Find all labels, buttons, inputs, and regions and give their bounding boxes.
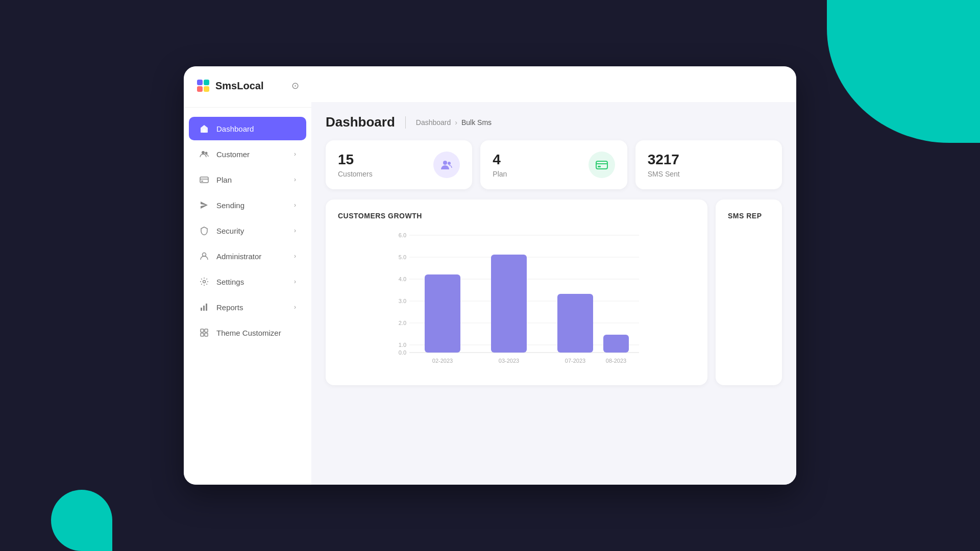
breadcrumb-dashboard[interactable]: Dashboard (416, 118, 451, 127)
svg-rect-0 (197, 80, 203, 85)
sidebar-item-security[interactable]: Security › (189, 219, 306, 242)
svg-rect-23 (598, 166, 601, 167)
sidebar-item-sending-label: Sending (216, 201, 244, 210)
svg-rect-12 (201, 308, 202, 311)
sidebar-item-sending[interactable]: Sending › (189, 193, 306, 217)
chevron-right-icon: › (294, 253, 296, 260)
sidebar-item-plan[interactable]: Plan › (189, 168, 306, 191)
sidebar-item-theme-customizer-label: Theme Customizer (216, 329, 281, 337)
sidebar-item-settings-label: Settings (216, 278, 244, 286)
chevron-right-icon: › (294, 278, 296, 285)
sidebar-item-dashboard-label: Dashboard (216, 124, 254, 133)
breadcrumb-current: Bulk Sms (461, 118, 492, 127)
stat-info-plan: 4 Plan (493, 152, 507, 178)
shield-icon (199, 226, 209, 236)
sidebar-item-security-label: Security (216, 227, 244, 235)
sidebar-item-settings[interactable]: Settings › (189, 270, 306, 293)
breadcrumb: Dashboard › Bulk Sms (416, 118, 492, 127)
svg-text:02-2023: 02-2023 (432, 358, 453, 364)
sidebar-item-customer[interactable]: Customer › (189, 142, 306, 166)
sidebar-item-dashboard[interactable]: Dashboard (189, 117, 306, 140)
svg-rect-1 (204, 80, 209, 85)
stat-info-customers: 15 Customers (338, 152, 373, 178)
sidebar-item-reports[interactable]: Reports › (189, 295, 306, 319)
svg-rect-41 (603, 335, 629, 353)
sidebar-item-administrator[interactable]: Administrator › (189, 244, 306, 268)
chevron-right-icon: › (294, 304, 296, 311)
svg-point-11 (203, 281, 206, 283)
svg-rect-39 (491, 255, 527, 353)
gear-icon[interactable]: ⊙ (291, 80, 299, 91)
sms-sent-label: SMS Sent (648, 170, 680, 178)
chart-area: 6.0 5.0 4.0 3.0 2.0 1.0 0.0 (338, 230, 695, 373)
bar-chart-svg: 6.0 5.0 4.0 3.0 2.0 1.0 0.0 (338, 230, 695, 373)
svg-rect-9 (201, 181, 203, 182)
svg-point-19 (443, 161, 447, 165)
svg-rect-38 (425, 274, 460, 353)
svg-rect-14 (206, 304, 207, 311)
teal-decoration-top (827, 0, 980, 143)
plan-label: Plan (493, 170, 507, 178)
svg-rect-15 (201, 329, 204, 332)
stats-row: 15 Customers 4 (326, 140, 782, 189)
chevron-right-icon: › (294, 176, 296, 183)
plan-number: 4 (493, 152, 507, 168)
plan-icon (589, 152, 615, 178)
svg-text:6.0: 6.0 (399, 232, 406, 238)
app-name: SmsLocal (215, 80, 263, 92)
sidebar-item-plan-label: Plan (216, 176, 232, 184)
sms-sent-number: 3217 (648, 152, 680, 168)
dashboard-body: Dashboard Dashboard › Bulk Sms 15 Custom… (311, 102, 796, 485)
sidebar-item-theme-customizer[interactable]: Theme Customizer (189, 321, 306, 344)
main-content: Dashboard Dashboard › Bulk Sms 15 Custom… (311, 66, 796, 485)
stat-card-plan[interactable]: 4 Plan (480, 140, 627, 189)
svg-rect-21 (596, 161, 607, 169)
sidebar-item-administrator-label: Administrator (216, 252, 261, 261)
sms-report-title: SMS REP (728, 212, 770, 220)
settings-icon (199, 277, 209, 287)
svg-text:1.0: 1.0 (399, 342, 406, 348)
breadcrumb-separator: › (455, 118, 457, 127)
person-icon (199, 251, 209, 261)
svg-text:03-2023: 03-2023 (499, 358, 519, 364)
chevron-right-icon: › (294, 227, 296, 234)
send-icon (199, 200, 209, 210)
svg-rect-2 (197, 86, 203, 92)
svg-point-6 (205, 152, 208, 155)
reports-icon (199, 302, 209, 312)
svg-point-5 (202, 151, 205, 154)
svg-rect-16 (205, 329, 208, 332)
svg-rect-17 (201, 333, 204, 336)
stat-card-sms-sent[interactable]: 3217 SMS Sent (635, 140, 782, 189)
svg-text:3.0: 3.0 (399, 298, 406, 304)
svg-rect-7 (200, 177, 208, 183)
home-icon (199, 123, 209, 134)
svg-text:2.0: 2.0 (399, 320, 406, 326)
sms-report-card: SMS REP (716, 199, 782, 385)
svg-rect-18 (205, 333, 208, 336)
svg-rect-3 (204, 86, 209, 92)
svg-text:5.0: 5.0 (399, 254, 406, 260)
customers-growth-chart: CUSTOMERS GROWTH 6.0 (326, 199, 707, 385)
logo-icon (196, 79, 210, 93)
grid-icon (199, 328, 209, 338)
svg-text:0.0: 0.0 (399, 349, 406, 356)
svg-rect-4 (203, 129, 206, 133)
app-container: SmsLocal ⊙ Dashboard Cust (184, 66, 796, 485)
customers-icon (433, 152, 460, 178)
sidebar: SmsLocal ⊙ Dashboard Cust (184, 66, 311, 485)
teal-decoration-bottom (51, 490, 112, 551)
svg-rect-40 (557, 294, 593, 353)
top-bar (311, 66, 796, 102)
svg-text:4.0: 4.0 (399, 276, 406, 282)
stat-info-sms-sent: 3217 SMS Sent (648, 152, 680, 178)
header-divider (405, 116, 406, 129)
svg-point-20 (448, 162, 451, 165)
page-header: Dashboard Dashboard › Bulk Sms (326, 114, 782, 130)
chart-title: CUSTOMERS GROWTH (338, 212, 695, 220)
stat-card-customers[interactable]: 15 Customers (326, 140, 472, 189)
sidebar-item-customer-label: Customer (216, 150, 250, 159)
charts-row: CUSTOMERS GROWTH 6.0 (326, 199, 782, 385)
chevron-right-icon: › (294, 202, 296, 209)
card-icon (199, 174, 209, 185)
